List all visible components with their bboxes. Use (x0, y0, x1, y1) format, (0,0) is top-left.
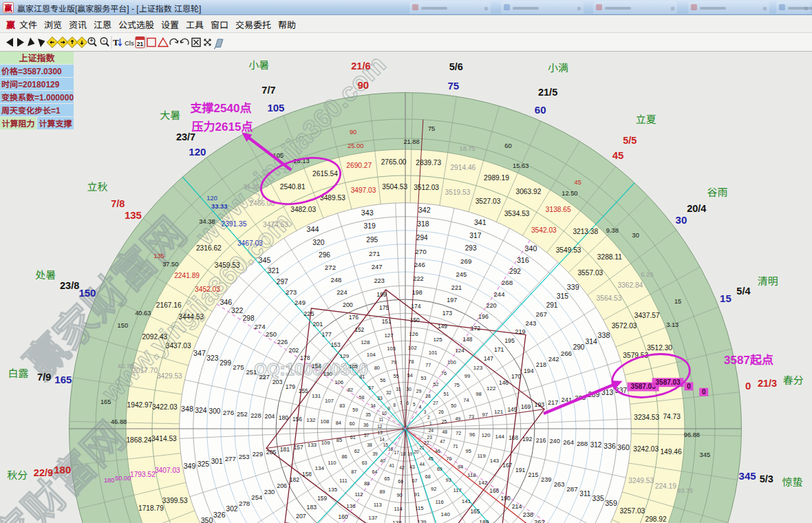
menu-item-6[interactable]: 设置 (161, 18, 179, 31)
wheel-label: 2466.08 (249, 198, 275, 208)
menu-item-2[interactable]: 浏览 (44, 18, 62, 31)
pan-left-icon[interactable] (47, 37, 58, 48)
wheel-label: 2989.19 (484, 172, 509, 182)
wheel-label: 345 (259, 255, 271, 265)
nav-forward-icon[interactable] (17, 38, 24, 47)
menu-item-5[interactable]: 公式选股 (118, 18, 154, 31)
wheel-label: 144 (495, 432, 504, 440)
svg-text:T: T (113, 37, 119, 47)
menu-item-9[interactable]: 交易委托 (235, 18, 271, 31)
menu-bar: 赢文件浏览资讯江恩公式选股设置工具窗口交易委托帮助 (0, 15, 812, 33)
rotate-left-step-icon[interactable] (28, 38, 35, 47)
wheel-label: 86 (341, 452, 347, 460)
wheel-label: 129 (340, 352, 350, 359)
wheel-label: 112 (354, 490, 363, 498)
wheel-label: 302 (226, 503, 238, 513)
draw-rectangle-tool[interactable] (147, 39, 156, 47)
wheel-label: 152 (354, 325, 364, 333)
wheel-label: 180 (54, 462, 71, 476)
wheel-label: 102 (408, 343, 417, 351)
wheel-label: 275 (233, 362, 244, 372)
calc-support-button[interactable]: 计算支撑 (37, 117, 74, 129)
window-title: 赢家江恩专业版[赢家服务平台] - [上证指数 江恩轮] (17, 2, 201, 14)
wheel-label: 2092.43 (142, 331, 167, 341)
wheel-label: 262 (534, 517, 545, 523)
menu-logo[interactable]: 赢 (6, 18, 15, 31)
menu-item-7[interactable]: 工具 (186, 18, 204, 31)
wheel-label: 155 (299, 386, 308, 394)
wheel-label: 340 (525, 243, 537, 253)
wheel-label: 43 (409, 463, 415, 470)
zoom-out-icon[interactable]: - (100, 36, 109, 46)
wheel-label: 20/4 (687, 200, 706, 215)
wheel-label: 94 (458, 462, 463, 470)
wheel-label: 200 (343, 300, 353, 309)
nav-back-icon[interactable] (6, 38, 13, 47)
menu-item-8[interactable]: 窗口 (211, 18, 228, 31)
zoom-in-icon[interactable]: + (88, 36, 96, 46)
wheel-label: 谷雨 (707, 184, 728, 199)
delete-box-icon[interactable] (192, 39, 200, 47)
wheel-label: 347 (193, 348, 206, 358)
wheel-label: 15 (674, 296, 681, 306)
menu-item-4[interactable]: 江恩 (94, 18, 111, 31)
wheel-label: 177 (322, 330, 332, 338)
wheel-label: 31.25 (244, 181, 259, 191)
wheel-label: 75 (448, 78, 460, 92)
wheel-label: 149.46 (660, 446, 681, 456)
clear-button[interactable]: Cls (125, 38, 134, 47)
wheel-label: 41 (389, 462, 395, 469)
wheel-label: 46.88 (111, 416, 127, 426)
title-bar: 赢 赢家江恩专业版[赢家服务平台] - [上证指数 江恩轮] (0, 0, 812, 15)
font-size-icon[interactable]: T (113, 37, 122, 47)
ghost-tab (688, 1, 769, 14)
menu-item-10[interactable]: 帮助 (278, 18, 296, 31)
wheel-label: 3399.53 (162, 495, 188, 505)
wheel-label: 244 (494, 289, 505, 299)
wheel-label: 192 (522, 434, 533, 442)
wheel-label: 175 (379, 303, 389, 311)
wheel-label: 0 (702, 386, 706, 396)
wheel-label: 194 (524, 366, 534, 375)
gann-wheel-chart[interactable]: 赢家财富网www.yingjia360.comQQ:100800360赢家财富网… (0, 52, 812, 523)
wheel-label: 224 (336, 287, 347, 297)
calendar-icon[interactable]: 21 (136, 37, 145, 48)
draw-triangle-tool[interactable] (158, 39, 168, 47)
wheel-label: 145 (507, 405, 517, 413)
wheel-label: 339 (567, 281, 579, 292)
rotate-cw-icon[interactable] (170, 39, 178, 45)
wheel-label: 190 (500, 493, 511, 502)
wheel-label: 109 (321, 438, 330, 446)
rotate-right-step-icon[interactable] (38, 39, 45, 47)
wheel-label: 147 (484, 354, 493, 362)
wheel-label: 204 (264, 412, 275, 420)
wheel-label: 125 (433, 335, 442, 343)
wheel-label: 298 (243, 312, 255, 323)
pan-down-icon[interactable] (76, 37, 87, 48)
wheel-label: 3063.92 (516, 186, 542, 196)
wheel-label: 119 (477, 451, 485, 459)
rotate-ccw-icon[interactable] (180, 39, 189, 45)
wheel-label: 170 (511, 372, 522, 380)
wheel-label: 269 (460, 256, 471, 266)
wheel-label: 59 (352, 406, 358, 413)
wheel-label: 3444.53 (178, 311, 204, 321)
wheel-label: 75 (428, 123, 435, 133)
wheel-label: 137 (368, 513, 378, 521)
wheel-label: 135 (328, 485, 338, 493)
wheel-label: 196 (478, 312, 489, 321)
wheel-label: 32 (386, 389, 392, 396)
menu-item-3[interactable]: 资讯 (69, 18, 87, 31)
wheel-label: 2914.46 (450, 162, 476, 172)
wheel-label: 322 (231, 305, 244, 315)
wheel-label: 110 (328, 458, 336, 466)
wheel-label: 250 (266, 329, 277, 339)
scale-cross-icon[interactable] (204, 39, 211, 45)
wheel-label: 150 (118, 320, 129, 330)
menu-item-1[interactable]: 文件 (19, 18, 37, 31)
wheel-label: 298.92 (645, 513, 667, 523)
calc-resistance-button[interactable]: 计算阻力 (0, 117, 36, 129)
app-icon: 赢 (3, 2, 14, 13)
screen-tool-icon[interactable] (214, 39, 223, 50)
wheel-label: 87 (351, 467, 356, 475)
